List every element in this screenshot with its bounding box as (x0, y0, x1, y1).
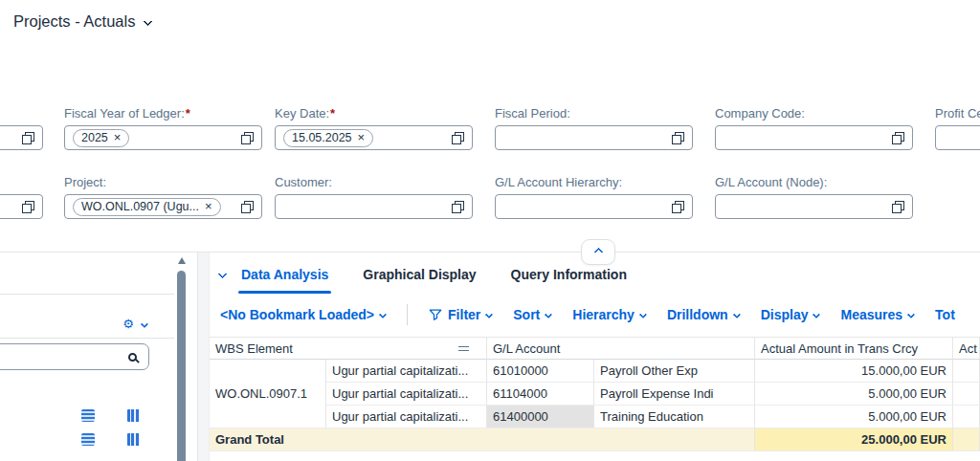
token-project[interactable]: WO.ONL.0907 (Ugu...× (73, 198, 221, 216)
bookmark-menu-button[interactable]: <No Bookmark Loaded> (220, 307, 386, 322)
hierarchy-menu-button[interactable]: Hierarchy (572, 307, 646, 322)
value-help-icon[interactable] (452, 132, 464, 144)
cell-gl-name[interactable]: Payroll Other Exp (594, 360, 755, 383)
chevron-down-icon (732, 310, 740, 318)
fiscal-period-input[interactable] (495, 125, 693, 150)
search-icon[interactable] (128, 353, 137, 362)
cell-wbs-desc[interactable]: Ugur partial capitalizati... (326, 360, 487, 383)
column-header-actual-amount[interactable]: Actual Amount in Trans Crcy (755, 337, 953, 360)
filter-field-gl-node: G/L Account (Node): (715, 175, 913, 219)
cell-wbs-desc[interactable]: Ugur partial capitalizati... (326, 406, 487, 428)
filter-label: Customer: (275, 175, 473, 190)
column-header-gl-account[interactable]: G/L Account (487, 337, 755, 360)
filter-field-cutoff-2 (0, 175, 43, 219)
chevron-down-icon (141, 319, 148, 327)
cell-gl-account[interactable]: 61010000 (487, 360, 594, 383)
chevron-down-icon (639, 310, 647, 318)
token-remove-icon[interactable]: × (358, 131, 366, 143)
value-help-icon[interactable] (672, 201, 684, 213)
key-date-input[interactable]: 15.05.2025× (275, 125, 473, 150)
filter-input-cutoff-1[interactable] (0, 125, 43, 150)
cell-wbs-key[interactable]: WO.ONL.0907.1 (210, 360, 326, 428)
token-remove-icon[interactable]: × (114, 131, 122, 143)
column-header-actual-amount-2[interactable]: Act (953, 337, 980, 360)
token-fiscal-year[interactable]: 2025× (73, 129, 129, 147)
chevron-down-icon (218, 270, 228, 279)
filter-field-project: Project: WO.ONL.0907 (Ugu...× (64, 175, 262, 219)
profit-center-input[interactable] (935, 125, 980, 150)
collapse-panel-button[interactable] (219, 271, 226, 277)
column-menu-icon[interactable] (458, 346, 469, 351)
value-help-icon[interactable] (892, 132, 904, 144)
scroll-up-icon[interactable] (178, 257, 186, 264)
cell-empty[interactable] (953, 360, 980, 383)
filter-field-fiscal-period: Fiscal Period: (495, 106, 693, 150)
navigation-panel: ⚙ (0, 252, 198, 461)
value-help-icon[interactable] (22, 201, 34, 213)
cell-gl-name[interactable]: Payroll Expense Indi (594, 383, 755, 406)
columns-axis-icon[interactable] (127, 409, 140, 422)
value-help-icon[interactable] (452, 201, 464, 213)
collapse-filter-button[interactable] (581, 239, 615, 265)
fiscal-year-input[interactable]: 2025× (64, 125, 262, 150)
panel-scrollbar[interactable] (177, 252, 186, 461)
customer-input[interactable] (275, 194, 473, 219)
filter-label: Project: (64, 175, 262, 190)
filter-label: Company Code: (715, 106, 913, 121)
value-help-icon[interactable] (892, 201, 904, 213)
company-code-input[interactable] (715, 125, 913, 150)
token-remove-icon[interactable]: × (205, 200, 212, 212)
columns-axis-icon[interactable] (127, 433, 140, 446)
cell-gl-name[interactable]: Training Education (594, 406, 755, 428)
grand-total-label[interactable]: Grand Total (210, 428, 755, 451)
rows-axis-icon[interactable] (81, 409, 95, 422)
column-header-wbs-element[interactable]: WBS Element (210, 337, 487, 360)
scrollbar-thumb[interactable] (177, 271, 186, 461)
chevron-down-icon (485, 310, 493, 318)
token-key-date[interactable]: 15.05.2025× (283, 129, 373, 147)
cell-gl-account-selected[interactable]: 61400000 (487, 406, 594, 428)
cell-amount[interactable]: 5.000,00 EUR (755, 406, 953, 428)
drilldown-menu-button[interactable]: Drilldown (667, 307, 740, 322)
panel-settings-button[interactable]: ⚙ (122, 318, 147, 330)
dimension-search-input[interactable] (0, 343, 149, 370)
results-table: WBS Element G/L Account Actual Amount in… (210, 337, 980, 451)
display-menu-button[interactable]: Display (761, 307, 820, 322)
value-help-icon[interactable] (672, 132, 684, 144)
chevron-down-icon (144, 17, 153, 27)
gl-node-input[interactable] (715, 194, 913, 219)
filter-field-customer: Customer: (275, 175, 473, 219)
required-asterisk: * (186, 106, 190, 121)
cell-amount[interactable]: 15.000,00 EUR (755, 360, 953, 383)
value-help-icon[interactable] (241, 132, 254, 144)
grand-total-empty[interactable] (953, 428, 980, 451)
filter-icon (429, 308, 442, 321)
cell-empty[interactable] (953, 406, 980, 428)
filter-menu-button[interactable]: Filter (429, 307, 492, 322)
filter-label: Key Date:* (275, 106, 473, 121)
rows-axis-icon[interactable] (81, 433, 95, 446)
gl-hierarchy-input[interactable] (495, 194, 693, 219)
totals-menu-button[interactable]: Tot (935, 307, 955, 322)
tab-data-analysis[interactable]: Data Analysis (241, 252, 328, 296)
cell-wbs-desc[interactable]: Ugur partial capitalizati... (326, 383, 487, 406)
cell-empty[interactable] (953, 383, 980, 406)
required-asterisk: * (330, 106, 335, 121)
page-title[interactable]: Projects - Actuals (13, 12, 151, 31)
sort-menu-button[interactable]: Sort (513, 307, 551, 322)
cell-gl-account[interactable]: 61104000 (487, 383, 594, 406)
filter-label: G/L Account (Node): (715, 175, 913, 190)
grand-total-amount[interactable]: 25.000,00 EUR (755, 428, 953, 451)
filter-field-gl-hierarchy: G/L Account Hierarchy: (495, 175, 693, 219)
analysis-panel: Data Analysis Graphical Display Query In… (209, 252, 980, 461)
value-help-icon[interactable] (22, 132, 34, 144)
value-help-icon[interactable] (241, 201, 254, 213)
filter-input-cutoff-2[interactable] (0, 194, 43, 219)
measures-menu-button[interactable]: Measures (840, 307, 914, 322)
panel-divider (0, 338, 174, 339)
tab-graphical-display[interactable]: Graphical Display (363, 252, 476, 296)
gear-icon: ⚙ (122, 318, 134, 330)
cell-amount[interactable]: 5.000,00 EUR (755, 383, 953, 406)
project-input[interactable]: WO.ONL.0907 (Ugu...× (64, 194, 262, 219)
filter-field-profit-center: Profit Ce (935, 106, 980, 150)
